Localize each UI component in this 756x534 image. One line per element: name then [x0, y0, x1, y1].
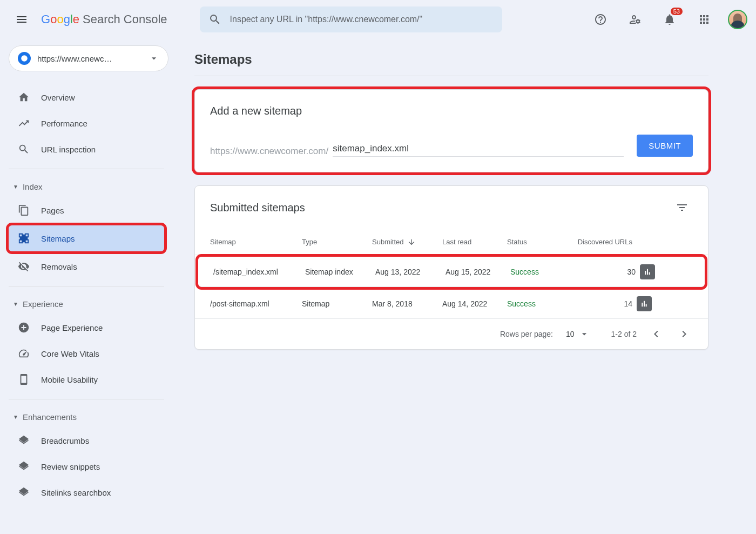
cell-type: Sitemap index — [305, 268, 375, 276]
property-url: https://www.cnewc… — [37, 54, 142, 63]
pages-icon — [17, 204, 30, 217]
layers-icon — [17, 460, 30, 473]
search-icon — [208, 13, 221, 26]
sidebar-item-removals[interactable]: Removals — [9, 253, 164, 279]
sidebar-item-performance[interactable]: Performance — [9, 110, 164, 136]
cell-urls: 30 — [580, 268, 640, 276]
sidebar-item-label: Review snippets — [41, 462, 100, 471]
table-header: Sitemap Type Submitted Last read Status … — [195, 229, 708, 255]
sidebar-item-pages[interactable]: Pages — [9, 197, 164, 223]
sidebar: https://www.cnewc… Overview Performance … — [0, 39, 173, 534]
cell-status: Success — [510, 268, 580, 276]
chevron-right-icon — [678, 328, 691, 341]
sidebar-item-label: Removals — [41, 262, 77, 271]
cell-last-read: Aug 15, 2022 — [446, 268, 510, 276]
main-content: Sitemaps Add a new sitemap https://www.c… — [173, 39, 756, 534]
sitemap-url-input[interactable] — [333, 141, 624, 157]
prev-page-button[interactable] — [647, 325, 665, 343]
table-row[interactable]: /sitemap_index.xml Sitemap index Aug 13,… — [198, 257, 705, 287]
sitemap-icon — [17, 232, 30, 245]
url-prefix-label: https://www.cnewcomer.com/ — [210, 146, 328, 157]
sidebar-item-label: Mobile Usability — [41, 375, 98, 384]
add-sitemap-title: Add a new sitemap — [210, 105, 693, 117]
sidebar-item-review-snippets[interactable]: Review snippets — [9, 453, 164, 479]
trend-icon — [17, 117, 30, 130]
caret-down-icon: ▼ — [13, 301, 18, 307]
chevron-down-icon[interactable] — [579, 329, 590, 339]
filter-icon — [676, 201, 688, 214]
next-page-button[interactable] — [676, 325, 693, 343]
sidebar-item-sitemaps[interactable]: Sitemaps — [9, 225, 164, 251]
svg-point-0 — [21, 55, 28, 62]
notifications-button[interactable]: 53 — [659, 9, 680, 30]
rows-per-page-value[interactable]: 10 — [566, 330, 575, 338]
cell-urls: 14 — [577, 299, 637, 308]
url-inspect-search[interactable] — [200, 6, 502, 32]
page-title: Sitemaps — [194, 52, 708, 67]
chevron-down-icon — [148, 53, 159, 64]
pagination-range: 1-2 of 2 — [611, 330, 637, 338]
apps-button[interactable] — [693, 9, 715, 30]
sidebar-item-label: Sitelinks searchbox — [41, 488, 111, 497]
sidebar-item-mobile-usability[interactable]: Mobile Usability — [9, 366, 164, 392]
url-inspect-input[interactable] — [230, 15, 494, 24]
header-actions: 53 — [590, 9, 747, 30]
sidebar-item-page-experience[interactable]: Page Experience — [9, 315, 164, 341]
account-avatar[interactable] — [728, 10, 747, 29]
submitted-sitemaps-card: Submitted sitemaps Sitemap Type Submitte… — [194, 185, 708, 350]
arrow-down-icon — [407, 238, 416, 246]
sidebar-item-overview[interactable]: Overview — [9, 84, 164, 110]
col-discovered-urls[interactable]: Discovered URLs — [577, 238, 637, 246]
sidebar-item-label: URL inspection — [41, 145, 96, 154]
sidebar-item-sitelinks-searchbox[interactable]: Sitelinks searchbox — [9, 479, 164, 505]
layers-icon — [17, 434, 30, 447]
chevron-left-icon — [650, 328, 663, 341]
header: Google Search Console 53 — [0, 0, 756, 39]
sidebar-item-label: Sitemaps — [41, 234, 75, 243]
visibility-off-icon — [17, 260, 30, 273]
bar-chart-icon — [640, 299, 649, 308]
person-settings-icon — [629, 13, 642, 26]
sidebar-item-label: Pages — [41, 206, 64, 215]
col-type[interactable]: Type — [302, 238, 372, 246]
speed-icon — [17, 347, 30, 360]
view-report-button[interactable] — [637, 296, 652, 311]
submit-button[interactable]: SUBMIT — [637, 135, 693, 157]
circle-plus-icon — [17, 321, 30, 334]
table-row[interactable]: /post-sitemap.xml Sitemap Mar 8, 2018 Au… — [195, 289, 708, 319]
search-icon — [17, 143, 30, 156]
col-last-read[interactable]: Last read — [442, 238, 507, 246]
cell-last-read: Aug 14, 2022 — [442, 299, 507, 308]
logo-text: Search Console — [83, 12, 167, 26]
view-report-button[interactable] — [640, 264, 655, 279]
col-submitted[interactable]: Submitted — [372, 238, 442, 246]
help-button[interactable] — [590, 9, 611, 30]
sidebar-section-index[interactable]: ▼ Index — [9, 176, 173, 197]
sidebar-item-breadcrumbs[interactable]: Breadcrumbs — [9, 428, 164, 453]
cell-status: Success — [507, 299, 577, 308]
col-status[interactable]: Status — [507, 238, 577, 246]
logo[interactable]: Google Search Console — [41, 12, 167, 26]
sidebar-section-experience[interactable]: ▼ Experience — [9, 293, 173, 315]
sidebar-item-label: Performance — [41, 119, 87, 128]
pagination: Rows per page: 10 1-2 of 2 — [195, 319, 708, 349]
menu-button[interactable] — [9, 6, 35, 32]
caret-down-icon: ▼ — [13, 184, 18, 190]
sidebar-item-url-inspection[interactable]: URL inspection — [9, 136, 164, 162]
bar-chart-icon — [643, 268, 652, 276]
sidebar-section-enhancements[interactable]: ▼ Enhancements — [9, 406, 173, 428]
sidebar-section-label: Enhancements — [23, 412, 77, 422]
mobile-icon — [17, 373, 30, 386]
filter-button[interactable] — [671, 197, 693, 218]
sidebar-item-label: Overview — [41, 93, 75, 102]
col-sitemap[interactable]: Sitemap — [210, 238, 302, 246]
sidebar-item-label: Core Web Vitals — [41, 349, 99, 358]
cell-submitted: Mar 8, 2018 — [372, 299, 442, 308]
apps-grid-icon — [698, 13, 711, 26]
users-button[interactable] — [624, 9, 646, 30]
sidebar-section-label: Experience — [23, 299, 63, 309]
property-selector[interactable]: https://www.cnewc… — [9, 45, 168, 71]
sidebar-item-core-web-vitals[interactable]: Core Web Vitals — [9, 341, 164, 366]
sidebar-item-label: Breadcrumbs — [41, 436, 89, 445]
sidebar-section-label: Index — [23, 182, 43, 191]
